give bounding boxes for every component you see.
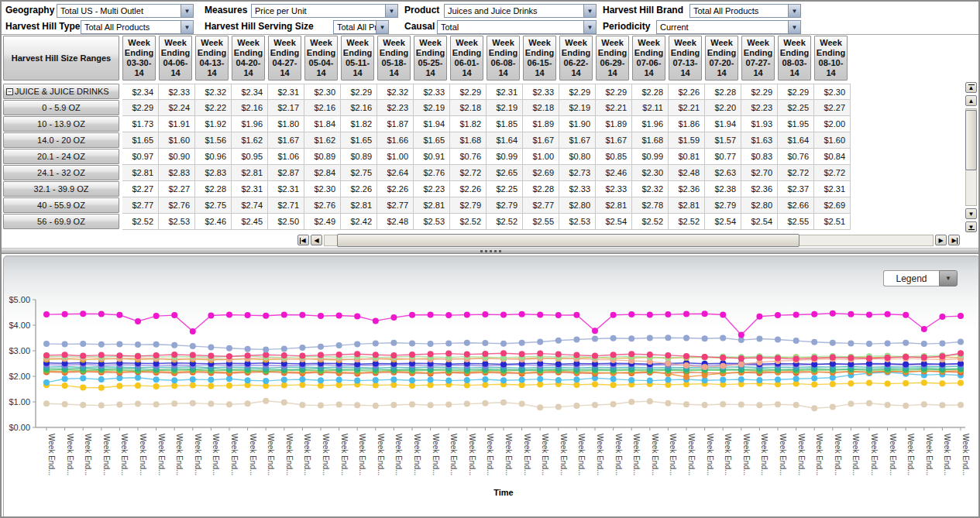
scroll-right-button[interactable]: ▶: [935, 235, 947, 245]
row-header[interactable]: 32.1 - 39.9 OZ: [3, 181, 119, 197]
data-point-series-tan: [665, 400, 671, 407]
price-cell: $2.74: [232, 197, 268, 214]
chevron-down-icon[interactable]: ▼: [181, 5, 193, 17]
data-point-series-magenta: [390, 314, 397, 321]
col-header[interactable]: Week Ending 07-06-14: [632, 36, 665, 81]
col-header[interactable]: Week Ending 05-04-14: [304, 36, 338, 81]
chevron-down-icon[interactable]: ▼: [788, 5, 800, 17]
col-header[interactable]: Week Ending 06-01-14: [450, 36, 483, 81]
data-point-series-crimson: [756, 355, 762, 361]
data-point-series-periwinkle: [80, 341, 86, 347]
scroll-top-button[interactable]: ▲: [965, 82, 977, 93]
col-header[interactable]: Week Ending 06-22-14: [559, 36, 593, 81]
col-header[interactable]: Week Ending 06-15-14: [523, 36, 556, 81]
data-point-series-skyblue: [373, 377, 379, 383]
row-header[interactable]: 20.1 - 24 OZ: [3, 149, 119, 164]
collapse-icon[interactable]: −: [6, 88, 13, 95]
scroll-down-button[interactable]: ▼: [965, 208, 977, 219]
data-point-series-skyblue: [482, 376, 488, 382]
data-point-series-skyblue: [573, 376, 579, 382]
y-axis-tick-label: $5.00: [9, 295, 30, 304]
col-header[interactable]: Week Ending 04-20-14: [232, 36, 265, 81]
pivot-table: Harvest Hill Size Ranges Week Ending 03-…: [2, 36, 980, 233]
data-point-series-magenta: [318, 313, 324, 319]
row-header[interactable]: 40 - 55.9 OZ: [3, 197, 119, 213]
brand-select[interactable]: Total All Products▼: [689, 4, 801, 18]
price-cell: $2.18: [523, 100, 559, 116]
data-point-series-periwinkle: [519, 340, 525, 346]
y-axis-tick-label: $0.00: [9, 423, 30, 432]
row-header[interactable]: 10 - 13.9 OZ: [3, 116, 119, 132]
scroll-up-button[interactable]: ▲: [965, 95, 977, 106]
panel-splitter[interactable]: [2, 248, 980, 254]
col-header[interactable]: Week Ending 04-06-14: [159, 36, 192, 81]
data-point-series-periwinkle: [428, 341, 434, 347]
scroll-first-col-button[interactable]: ◀: [297, 235, 309, 245]
chevron-down-icon[interactable]: ▼: [376, 21, 388, 33]
data-point-series-magenta: [592, 328, 598, 334]
col-header[interactable]: Week Ending 05-11-14: [341, 36, 374, 81]
x-axis-tick-label: Week End...: [358, 434, 366, 475]
col-header[interactable]: Week Ending 08-10-14: [814, 36, 848, 81]
data-point-series-tan: [702, 402, 708, 408]
table-row: 24.1 - 32 OZ$2.81$2.83$2.83$2.81$2.87$2.…: [3, 165, 851, 181]
col-header[interactable]: Week Ending 04-13-14: [195, 36, 229, 81]
chevron-down-icon[interactable]: ▼: [583, 5, 596, 17]
product-select[interactable]: Juices and Juice Drinks▼: [444, 4, 597, 18]
col-header[interactable]: Week Ending 03-30-14: [122, 36, 156, 81]
price-cell: $2.52: [632, 214, 669, 230]
row-header[interactable]: 14.0 - 20 OZ: [3, 132, 119, 148]
data-point-series-crimson: [245, 352, 251, 358]
chevron-down-icon[interactable]: ▼: [385, 5, 397, 17]
type-select[interactable]: Total All Products▼: [81, 20, 194, 34]
chevron-down-icon[interactable]: ▼: [788, 21, 800, 33]
x-axis-tick-label: Week End...: [870, 434, 879, 475]
periodicity-select[interactable]: Current▼: [656, 20, 801, 34]
col-header[interactable]: Week Ending 05-18-14: [377, 36, 411, 81]
data-point-series-tan: [866, 400, 872, 407]
price-cell: $2.20: [705, 100, 741, 116]
data-point-series-magenta: [336, 313, 342, 319]
row-header[interactable]: 0 - 5.9 OZ: [3, 100, 119, 115]
x-axis-tick-label: Week End...: [102, 434, 111, 475]
row-header[interactable]: 56 - 69.9 OZ: [3, 214, 119, 229]
data-point-series-tan: [793, 402, 799, 408]
col-header[interactable]: Week Ending 06-29-14: [596, 36, 629, 81]
data-point-series-skyblue: [171, 377, 177, 383]
chevron-down-icon[interactable]: ▼: [939, 270, 958, 286]
col-header[interactable]: Week Ending 08-03-14: [778, 36, 811, 81]
col-header[interactable]: Week Ending 06-08-14: [487, 36, 520, 81]
x-axis-tick-label: Week End...: [266, 434, 275, 475]
data-point-series-magenta: [208, 313, 214, 319]
horizontal-scrollbar-thumb[interactable]: [337, 234, 799, 247]
col-header[interactable]: Week Ending 04-27-14: [268, 36, 301, 81]
vertical-scrollbar-thumb[interactable]: [965, 110, 977, 170]
legend-dropdown[interactable]: Legend ▼: [883, 270, 958, 286]
col-header[interactable]: Week Ending 05-25-14: [414, 36, 447, 81]
data-point-series-crimson: [43, 352, 50, 358]
geography-select[interactable]: Total US - Multi Outlet▼: [57, 4, 194, 18]
row-header[interactable]: 24.1 - 32 OZ: [3, 165, 119, 180]
col-header[interactable]: Week Ending 07-20-14: [705, 36, 738, 81]
col-header[interactable]: Week Ending 07-27-14: [741, 36, 775, 81]
col-header[interactable]: Week Ending 07-13-14: [669, 36, 702, 81]
chevron-down-icon[interactable]: ▼: [181, 21, 193, 33]
data-point-series-tan: [245, 400, 251, 407]
serving-size-select[interactable]: Total All Products▼: [333, 20, 389, 34]
scroll-bottom-button[interactable]: ▼: [965, 221, 977, 232]
measures-select[interactable]: Price per Unit▼: [251, 4, 398, 18]
chevron-down-icon[interactable]: ▼: [583, 21, 596, 33]
row-header[interactable]: −JUICE & JUICE DRINKS: [3, 84, 119, 99]
data-point-series-gold: [299, 382, 305, 388]
corner-header[interactable]: Harvest Hill Size Ranges: [3, 36, 119, 81]
price-cell: $2.75: [341, 165, 377, 181]
data-point-series-salmon: [738, 361, 744, 367]
data-point-series-periwinkle: [208, 344, 214, 350]
data-point-series-gold: [592, 381, 598, 387]
causal-select[interactable]: Total▼: [437, 20, 597, 34]
price-cell: $2.76: [304, 197, 341, 214]
scroll-left-button[interactable]: ◀: [311, 235, 322, 245]
x-axis-tick-label: Week End...: [779, 434, 787, 475]
price-cell: $2.29: [341, 84, 377, 100]
scroll-last-col-button[interactable]: ▶: [948, 235, 960, 245]
